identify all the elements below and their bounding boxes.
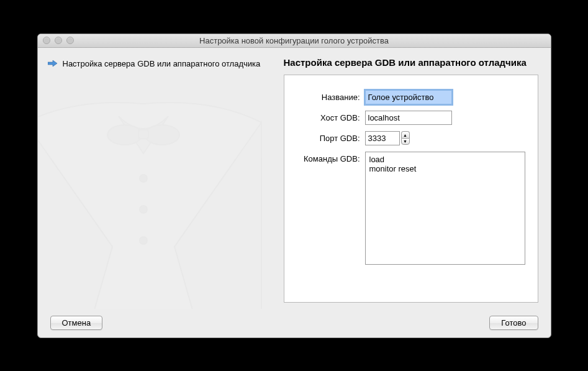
svg-point-0 xyxy=(107,125,142,145)
row-port: Порт GDB: ▲ ▼ xyxy=(297,131,525,145)
wizard-sidebar: Настройка сервера GDB или аппаратного от… xyxy=(38,48,278,309)
port-input[interactable] xyxy=(365,131,400,145)
wizard-step-current: Настройка сервера GDB или аппаратного от… xyxy=(38,48,278,68)
commands-textarea[interactable] xyxy=(365,152,525,265)
close-icon[interactable] xyxy=(43,37,50,44)
form-box: Название: Хост GDB: Порт GDB: xyxy=(284,75,538,303)
form-pane: Настройка сервера GDB или аппаратного от… xyxy=(278,48,551,309)
zoom-icon[interactable] xyxy=(66,37,74,44)
row-name: Название: xyxy=(297,90,525,104)
window-title: Настройка новой конфигурации голого устр… xyxy=(38,36,551,45)
window-controls xyxy=(38,37,74,44)
row-host: Хост GDB: xyxy=(297,111,525,125)
svg-point-5 xyxy=(140,237,147,244)
svg-point-4 xyxy=(140,206,147,213)
done-button[interactable]: Готово xyxy=(489,316,538,330)
name-input[interactable] xyxy=(365,90,452,104)
svg-point-1 xyxy=(145,125,179,145)
port-step-down[interactable]: ▼ xyxy=(401,138,410,145)
minimize-icon[interactable] xyxy=(55,37,62,44)
content-area: Настройка сервера GDB или аппаратного от… xyxy=(38,48,551,309)
dialog-footer: Отмена Готово xyxy=(38,309,551,337)
commands-label: Команды GDB: xyxy=(297,152,365,163)
cancel-button[interactable]: Отмена xyxy=(50,316,103,330)
form-heading: Настройка сервера GDB или аппаратного от… xyxy=(284,57,538,69)
tuxedo-illustration-icon xyxy=(38,85,278,309)
dialog-window: Настройка новой конфигурации голого устр… xyxy=(37,34,551,338)
svg-rect-2 xyxy=(138,130,148,139)
port-stepper: ▲ ▼ xyxy=(401,131,410,145)
port-label: Порт GDB: xyxy=(297,131,365,143)
name-label: Название: xyxy=(297,90,365,102)
port-step-up[interactable]: ▲ xyxy=(401,131,410,138)
wizard-step-label: Настройка сервера GDB или аппаратного от… xyxy=(63,59,261,68)
arrow-right-icon xyxy=(48,60,58,67)
svg-point-3 xyxy=(140,175,147,182)
host-input[interactable] xyxy=(365,111,452,125)
titlebar: Настройка новой конфигурации голого устр… xyxy=(38,34,551,48)
row-commands: Команды GDB: xyxy=(297,152,525,267)
host-label: Хост GDB: xyxy=(297,111,365,122)
